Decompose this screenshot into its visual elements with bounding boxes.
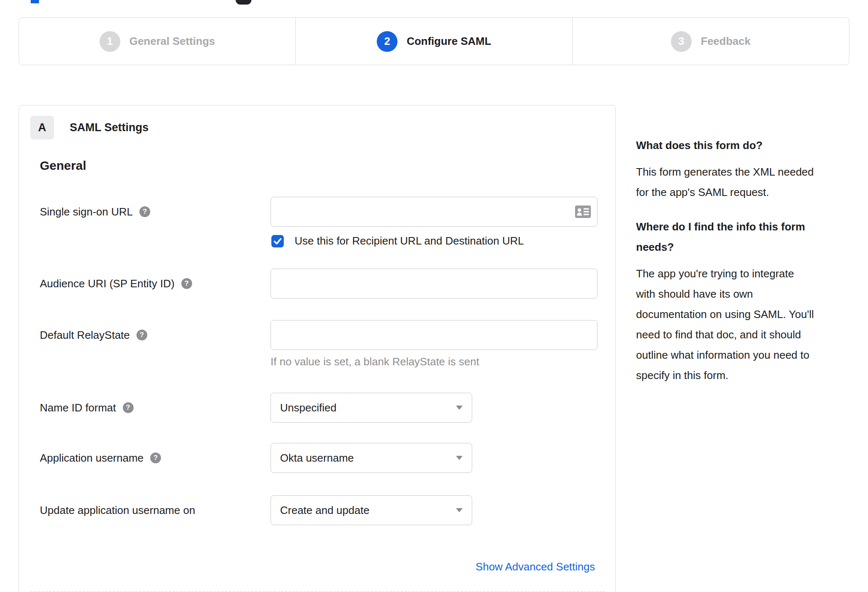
help-question-1: What does this form do? <box>636 135 814 156</box>
step-2-number-badge: 2 <box>377 31 397 52</box>
step-1-label: General Settings <box>129 35 215 48</box>
help-answer-2: The app you're trying to integrate with … <box>636 264 814 386</box>
sso-url-label-text: Single sign-on URL <box>40 205 133 218</box>
saml-setup-page: 1 General Settings 2 Configure SAML 3 Fe… <box>0 0 868 592</box>
chevron-down-icon <box>456 508 463 512</box>
help-answer-1: This form generates the XML needed for t… <box>636 162 814 203</box>
chevron-down-icon <box>456 406 463 410</box>
use-for-recipient-checkbox[interactable] <box>271 235 284 247</box>
clipped-title-fragment-dark <box>236 0 251 5</box>
name-id-format-label-text: Name ID format <box>40 401 116 414</box>
step-3-label: Feedback <box>701 35 751 48</box>
name-id-format-selected-value: Unspecified <box>280 401 336 414</box>
chevron-down-icon <box>456 456 463 460</box>
saml-settings-card: A SAML Settings General Single sign-on U… <box>19 105 616 592</box>
help-panel: What does this form do? This form genera… <box>636 135 814 400</box>
relay-state-label: Default RelayState ? <box>40 320 147 350</box>
name-id-format-select[interactable]: Unspecified <box>271 393 472 423</box>
audience-uri-label-text: Audience URI (SP Entity ID) <box>40 277 175 290</box>
app-username-label: Application username ? <box>40 443 161 473</box>
section-a-badge: A <box>30 116 54 139</box>
clipped-title-fragment-blue <box>31 0 39 3</box>
update-username-label-text: Update application username on <box>40 504 195 517</box>
help-question-2: Where do I find the info this form needs… <box>636 217 814 257</box>
update-username-label: Update application username on <box>40 495 195 525</box>
show-advanced-settings-link[interactable]: Show Advanced Settings <box>475 560 595 573</box>
audience-uri-help-icon[interactable]: ? <box>181 278 192 289</box>
name-id-format-help-icon[interactable]: ? <box>123 402 134 413</box>
wizard-stepper: 1 General Settings 2 Configure SAML 3 Fe… <box>19 17 849 65</box>
sso-url-input[interactable] <box>271 197 597 227</box>
update-username-select[interactable]: Create and update <box>271 495 472 525</box>
relay-state-label-text: Default RelayState <box>40 329 130 342</box>
update-username-selected-value: Create and update <box>280 504 369 517</box>
contact-card-icon <box>575 205 591 218</box>
name-id-format-label: Name ID format ? <box>40 393 134 423</box>
step-3-number-badge: 3 <box>671 31 692 52</box>
general-group-heading: General <box>40 159 86 173</box>
app-username-selected-value: Okta username <box>280 452 354 465</box>
relay-state-help-icon[interactable]: ? <box>137 330 147 340</box>
app-username-label-text: Application username <box>40 452 144 465</box>
audience-uri-label: Audience URI (SP Entity ID) ? <box>40 269 192 298</box>
step-feedback[interactable]: 3 Feedback <box>572 18 849 65</box>
step-1-number-badge: 1 <box>100 31 120 52</box>
app-username-help-icon[interactable]: ? <box>150 453 161 463</box>
step-general-settings[interactable]: 1 General Settings <box>19 18 295 65</box>
sso-recipient-checkbox-row: Use this for Recipient URL and Destinati… <box>271 235 524 247</box>
audience-uri-input[interactable] <box>271 269 597 298</box>
relay-state-hint: If no value is set, a blank RelayState i… <box>271 355 479 368</box>
section-title: SAML Settings <box>70 116 149 139</box>
sso-url-help-icon[interactable]: ? <box>139 206 150 217</box>
use-for-recipient-checkbox-label: Use this for Recipient URL and Destinati… <box>295 235 524 247</box>
step-configure-saml[interactable]: 2 Configure SAML <box>295 18 572 65</box>
relay-state-input[interactable] <box>271 320 597 350</box>
step-2-label: Configure SAML <box>407 35 491 48</box>
sso-url-label: Single sign-on URL ? <box>40 197 150 227</box>
app-username-select[interactable]: Okta username <box>271 443 472 473</box>
